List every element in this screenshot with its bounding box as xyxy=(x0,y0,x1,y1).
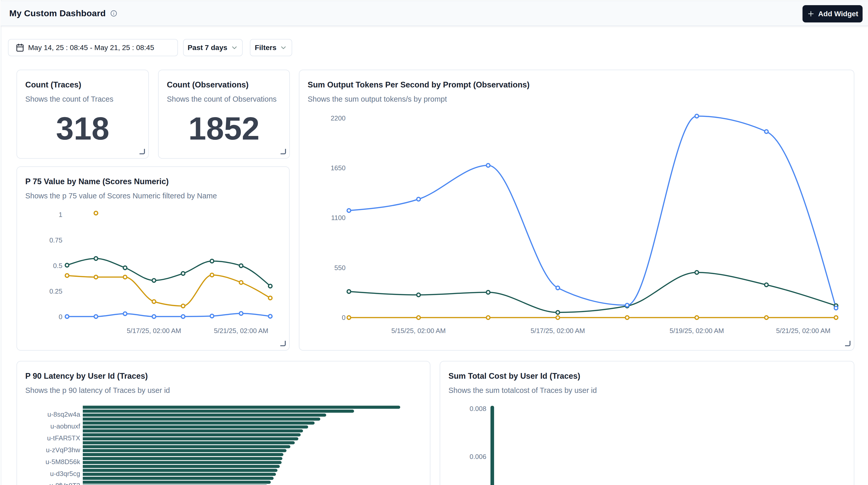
svg-text:5/21/25, 02:00 AM: 5/21/25, 02:00 AM xyxy=(776,327,830,335)
svg-text:0.25: 0.25 xyxy=(49,287,62,295)
svg-text:1: 1 xyxy=(59,211,62,218)
svg-text:5/19/25, 02:00 AM: 5/19/25, 02:00 AM xyxy=(670,327,724,335)
svg-text:1650: 1650 xyxy=(331,164,346,172)
svg-text:u-8sq2w4a: u-8sq2w4a xyxy=(48,411,81,418)
svg-text:0: 0 xyxy=(342,314,346,322)
svg-text:0.006: 0.006 xyxy=(470,453,486,460)
svg-text:5/17/25, 02:00 AM: 5/17/25, 02:00 AM xyxy=(127,327,181,335)
svg-text:5/15/25, 02:00 AM: 5/15/25, 02:00 AM xyxy=(391,327,445,335)
svg-text:0: 0 xyxy=(59,313,62,321)
svg-text:0.008: 0.008 xyxy=(470,405,486,413)
svg-text:550: 550 xyxy=(335,264,346,272)
svg-text:5/21/25, 02:00 AM: 5/21/25, 02:00 AM xyxy=(214,327,268,335)
svg-text:u-aobnuxf: u-aobnuxf xyxy=(50,422,80,430)
svg-text:1100: 1100 xyxy=(331,214,346,222)
svg-text:u-tFAR5TX: u-tFAR5TX xyxy=(47,434,80,442)
svg-text:2200: 2200 xyxy=(331,114,346,122)
svg-text:u-d3qr5cg: u-d3qr5cg xyxy=(50,470,80,478)
svg-text:0.75: 0.75 xyxy=(49,236,62,244)
svg-text:0.5: 0.5 xyxy=(53,262,62,270)
svg-text:5/17/25, 02:00 AM: 5/17/25, 02:00 AM xyxy=(530,327,585,335)
svg-text:u-5M8D56k: u-5M8D56k xyxy=(45,458,81,466)
svg-text:u-zVqP3hw: u-zVqP3hw xyxy=(46,446,80,454)
svg-text:u-8fVa9T3: u-8fVa9T3 xyxy=(50,482,80,485)
